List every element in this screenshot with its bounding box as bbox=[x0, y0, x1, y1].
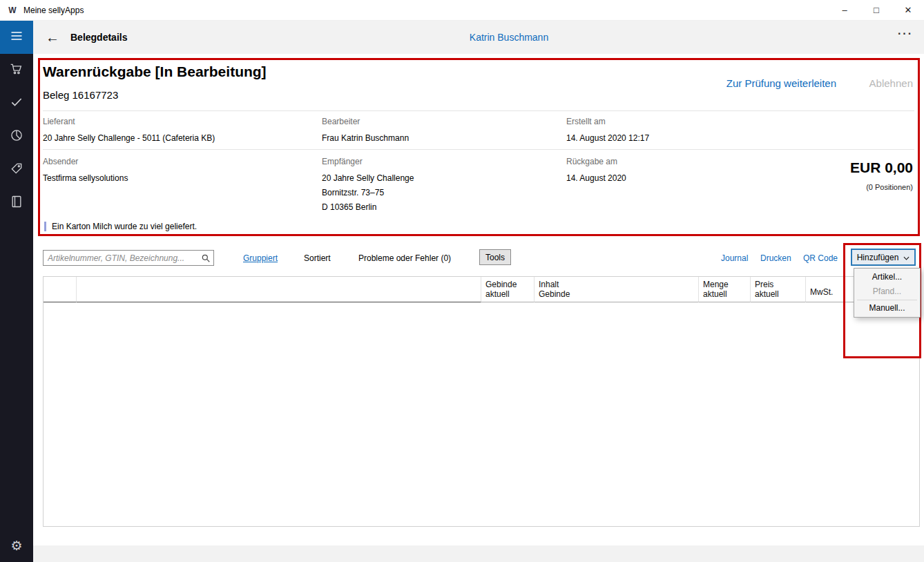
column-header[interactable] bbox=[44, 277, 77, 302]
field-rueckgabe-am: Rückgabe am 14. August 2020 bbox=[566, 157, 626, 186]
column-header-gebinde[interactable]: Gebinde aktuell bbox=[481, 277, 535, 302]
field-absender: Absender Testfirma sellysolutions bbox=[43, 157, 128, 186]
more-options-icon[interactable]: ··· bbox=[898, 28, 913, 40]
sidebar-item-catalog[interactable] bbox=[0, 186, 33, 220]
search-icon[interactable] bbox=[198, 253, 213, 263]
app-logo-icon: W bbox=[7, 5, 18, 16]
sidebar-item-approvals[interactable] bbox=[0, 87, 33, 120]
column-header-preis[interactable]: Preis aktuell bbox=[751, 277, 806, 302]
sidebar-item-settings[interactable]: ⚙ bbox=[0, 529, 33, 562]
chevron-down-icon bbox=[903, 253, 909, 262]
note-accent-bar bbox=[44, 222, 46, 231]
grouped-toggle[interactable]: Gruppiert bbox=[243, 253, 278, 263]
window-controls: – □ ✕ bbox=[829, 0, 924, 21]
field-value: Frau Katrin Buschmann bbox=[322, 131, 409, 146]
minimize-button[interactable]: – bbox=[829, 0, 860, 21]
field-label: Empfänger bbox=[322, 157, 414, 166]
add-dropdown-menu: Artikel... Pfand... Manuell... bbox=[854, 268, 921, 318]
menu-item-pfand[interactable]: Pfand... bbox=[854, 284, 920, 299]
pie-chart-icon bbox=[10, 128, 23, 145]
app-window: W Meine sellyApps – □ ✕ bbox=[0, 0, 924, 562]
tools-button-label: Tools bbox=[485, 253, 505, 262]
titlebar: W Meine sellyApps – □ ✕ bbox=[0, 0, 924, 21]
hamburger-menu-button[interactable] bbox=[0, 21, 33, 54]
field-label: Absender bbox=[43, 157, 128, 166]
page-header: ← Belegdetails Katrin Buschmann ··· bbox=[33, 21, 924, 54]
menu-item-artikel[interactable]: Artikel... bbox=[854, 270, 920, 284]
book-icon bbox=[10, 195, 23, 211]
column-header-mwst[interactable]: MwSt. bbox=[806, 277, 845, 302]
cart-icon bbox=[10, 62, 23, 79]
document-title: Warenrückgabe [In Bearbeitung] bbox=[43, 64, 267, 80]
gear-icon: ⚙ bbox=[10, 539, 22, 552]
menu-item-manuell[interactable]: Manuell... bbox=[854, 301, 920, 316]
sorted-toggle[interactable]: Sortiert bbox=[304, 253, 331, 263]
journal-link[interactable]: Journal bbox=[721, 253, 748, 263]
forward-for-review-button[interactable]: Zur Prüfung weiterleiten bbox=[726, 77, 836, 89]
menu-separator bbox=[857, 300, 917, 300]
field-value: 14. August 2020 12:17 bbox=[566, 131, 649, 146]
add-button[interactable]: Hinzufügen bbox=[851, 249, 916, 266]
positions-table: Gebinde aktuell Inhalt Gebinde Menge akt… bbox=[43, 276, 920, 527]
field-bearbeiter: Bearbeiter Frau Katrin Buschmann bbox=[322, 117, 409, 146]
sidebar-item-price-tag[interactable] bbox=[0, 153, 33, 186]
field-value: 20 Jahre Selly Challenge Bornitzstr. 73–… bbox=[322, 171, 414, 215]
hamburger-icon bbox=[10, 29, 23, 46]
field-value: Testfirma sellysolutions bbox=[43, 171, 128, 186]
current-user[interactable]: Katrin Buschmann bbox=[33, 32, 924, 43]
bottom-bar bbox=[33, 545, 924, 562]
column-header-menge[interactable]: Menge aktuell bbox=[699, 277, 751, 302]
field-empfaenger: Empfänger 20 Jahre Selly Challenge Borni… bbox=[322, 157, 414, 215]
sidebar-item-cart[interactable] bbox=[0, 54, 33, 87]
field-label: Erstellt am bbox=[566, 117, 649, 126]
column-header-inhalt[interactable]: Inhalt Gebinde bbox=[535, 277, 699, 302]
document-positions-count: (0 Positionen) bbox=[866, 183, 913, 191]
qr-code-link[interactable]: QR Code bbox=[803, 253, 838, 263]
note-text: Ein Karton Milch wurde zu viel geliefert… bbox=[52, 222, 197, 231]
document-number: Beleg 16167723 bbox=[43, 89, 118, 101]
maximize-button[interactable]: □ bbox=[860, 0, 892, 21]
close-button[interactable]: ✕ bbox=[892, 0, 924, 21]
document-total: EUR 0,00 bbox=[850, 159, 913, 176]
field-erstellt-am: Erstellt am 14. August 2020 12:17 bbox=[566, 117, 649, 146]
field-value: 20 Jahre Selly Challenge - 5011 (Cafeter… bbox=[43, 131, 215, 146]
table-header-row: Gebinde aktuell Inhalt Gebinde Menge akt… bbox=[44, 277, 919, 302]
problems-filter[interactable]: Probleme oder Fehler (0) bbox=[358, 253, 451, 263]
search-input[interactable] bbox=[44, 253, 198, 263]
price-tag-icon bbox=[10, 162, 23, 178]
sidebar-item-statistics[interactable] bbox=[0, 120, 33, 153]
checkmark-icon bbox=[10, 95, 23, 112]
divider bbox=[43, 149, 914, 150]
sidebar: ⚙ bbox=[0, 21, 33, 562]
tools-button[interactable]: Tools bbox=[479, 249, 511, 265]
field-label: Lieferant bbox=[43, 117, 215, 126]
print-link[interactable]: Drucken bbox=[760, 253, 791, 263]
column-header[interactable] bbox=[77, 277, 481, 302]
add-button-label: Hinzufügen bbox=[857, 253, 899, 262]
field-value: 14. August 2020 bbox=[566, 171, 626, 186]
app-title: Meine sellyApps bbox=[23, 6, 84, 15]
reject-button[interactable]: Ablehnen bbox=[869, 77, 913, 89]
field-label: Bearbeiter bbox=[322, 117, 409, 126]
field-lieferant: Lieferant 20 Jahre Selly Challenge - 501… bbox=[43, 117, 215, 146]
field-label: Rückgabe am bbox=[566, 157, 626, 166]
divider bbox=[43, 110, 914, 111]
article-search bbox=[43, 250, 214, 266]
document-note: Ein Karton Milch wurde zu viel geliefert… bbox=[44, 222, 197, 231]
table-body-empty bbox=[44, 302, 919, 527]
